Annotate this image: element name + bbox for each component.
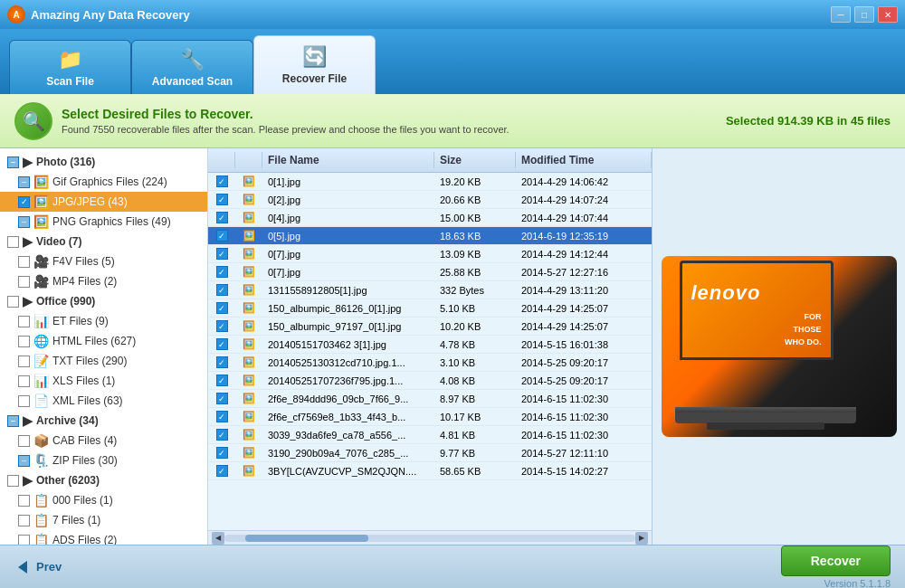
zip-checkbox[interactable]: – — [18, 455, 30, 467]
7files-checkbox[interactable] — [18, 515, 30, 526]
et-checkbox[interactable] — [18, 316, 30, 327]
table-row[interactable]: ✓🖼️3190_290b09a4_7076_c285_...9.77 KB201… — [208, 444, 652, 462]
cab-icon: 📦 — [33, 433, 49, 448]
file-checkbox[interactable]: ✓ — [216, 212, 228, 223]
000-checkbox[interactable] — [18, 495, 30, 507]
html-checkbox[interactable] — [18, 336, 30, 347]
txt-checkbox[interactable] — [18, 356, 30, 367]
video-checkbox[interactable] — [7, 236, 19, 248]
tab-advanced-scan[interactable]: 🔧 Advanced Scan — [131, 40, 253, 94]
table-row[interactable]: ✓🖼️0[7].jpg13.09 KB2014-4-29 14:12:44 — [208, 245, 652, 263]
file-checkbox[interactable]: ✓ — [216, 230, 228, 242]
mp4-checkbox[interactable] — [18, 276, 30, 288]
file-name: 3039_93da6fe9_ca78_a556_... — [262, 427, 434, 443]
minimize-button[interactable]: ─ — [831, 6, 851, 23]
tree-item-cab[interactable]: 📦 CAB Files (4) — [0, 431, 207, 450]
file-checkbox[interactable]: ✓ — [216, 248, 228, 260]
cab-checkbox[interactable] — [18, 435, 30, 447]
archive-checkbox[interactable]: – — [7, 415, 19, 427]
file-checkbox[interactable]: ✓ — [216, 393, 228, 404]
ads-checkbox[interactable] — [18, 535, 30, 545]
file-checkbox[interactable]: ✓ — [216, 356, 228, 368]
f4v-checkbox[interactable] — [18, 256, 30, 268]
tree-item-txt[interactable]: 📝 TXT Files (290) — [0, 351, 207, 371]
file-type-icon: 🖼️ — [235, 372, 262, 389]
file-type-icon: 🖼️ — [235, 426, 262, 443]
file-checkbox[interactable]: ✓ — [216, 284, 228, 296]
xml-checkbox[interactable] — [18, 395, 30, 407]
recover-button[interactable]: Recover — [781, 545, 891, 576]
tree-item-xml[interactable]: 📄 XML Files (63) — [0, 391, 207, 411]
tree-item-office[interactable]: ▶ Office (990) — [0, 291, 207, 311]
table-row[interactable]: ✓🖼️201405151703462 3[1].jpg4.78 KB2014-5… — [208, 336, 652, 354]
archive-label: Archive (34) — [36, 414, 99, 427]
tree-item-photo[interactable]: – ▶ Photo (316) — [0, 152, 207, 172]
tree-item-video[interactable]: ▶ Video (7) — [0, 232, 207, 251]
tree-item-html[interactable]: 🌐 HTML Files (627) — [0, 331, 207, 351]
table-row[interactable]: ✓🖼️2f6e_894ddd96_09cb_7f66_9...8.97 KB20… — [208, 390, 652, 408]
scrollbar-track[interactable] — [224, 535, 635, 542]
photo-checkbox[interactable]: – — [7, 156, 19, 168]
office-category-icon: ▶ — [23, 294, 33, 308]
maximize-button[interactable]: □ — [854, 6, 874, 23]
png-checkbox[interactable]: – — [18, 216, 30, 228]
table-row[interactable]: ✓🖼️20140525130312cd710.jpg.1...3.10 KB20… — [208, 354, 652, 372]
file-checkbox[interactable]: ✓ — [216, 338, 228, 350]
tab-scan-file[interactable]: 📁 Scan File — [9, 40, 131, 94]
table-row[interactable]: ✓🖼️150_albumpic_97197_0[1].jpg10.20 KB20… — [208, 318, 652, 336]
tree-item-f4v[interactable]: 🎥 F4V Files (5) — [0, 251, 207, 271]
tree-item-et[interactable]: 📊 ET Files (9) — [0, 311, 207, 331]
xls-checkbox[interactable] — [18, 375, 30, 387]
tree-item-zip[interactable]: – 🗜️ ZIP Files (30) — [0, 450, 207, 470]
file-checkbox[interactable]: ✓ — [216, 429, 228, 441]
table-row[interactable]: ✓🖼️3BY[LC(AVZUCVP_SM2QJQN....58.65 KB201… — [208, 462, 652, 480]
file-name: 201405151703462 3[1].jpg — [262, 337, 434, 353]
scrollbar-thumb[interactable] — [245, 535, 368, 542]
file-checkbox[interactable]: ✓ — [216, 175, 228, 187]
close-button[interactable]: ✕ — [878, 6, 898, 23]
tree-item-jpg[interactable]: ✓ 🖼️ JPG/JPEG (43) — [0, 192, 207, 212]
gif-checkbox[interactable]: – — [18, 176, 30, 188]
scroll-left-arrow[interactable]: ◀ — [212, 532, 224, 545]
prev-button[interactable]: Prev — [14, 559, 62, 575]
file-size: 58.65 KB — [434, 463, 516, 479]
file-checkbox[interactable]: ✓ — [216, 302, 228, 314]
file-checkbox[interactable]: ✓ — [216, 266, 228, 278]
table-row[interactable]: ✓🖼️150_albumpic_86126_0[1].jpg5.10 KB201… — [208, 299, 652, 318]
table-row[interactable]: ✓🖼️3039_93da6fe9_ca78_a556_...4.81 KB201… — [208, 426, 652, 444]
file-modified: 2014-4-29 14:07:24 — [516, 192, 652, 208]
table-row[interactable]: ✓🖼️0[1].jpg19.20 KB2014-4-29 14:06:42 — [208, 173, 652, 191]
table-row[interactable]: ✓🖼️2f6e_cf7569e8_1b33_4f43_b...10.17 KB2… — [208, 408, 652, 426]
table-row[interactable]: ✓🖼️201405251707236f795.jpg.1...4.08 KB20… — [208, 372, 652, 390]
jpg-checkbox[interactable]: ✓ — [18, 196, 30, 208]
tree-item-7files[interactable]: 📋 7 Files (1) — [0, 510, 207, 530]
table-row[interactable]: ✓🖼️0[4].jpg15.00 KB2014-4-29 14:07:44 — [208, 209, 652, 227]
table-row[interactable]: ✓🖼️0[7].jpg25.88 KB2014-5-27 12:27:16 — [208, 263, 652, 281]
table-row[interactable]: ✓🖼️0[5].jpg18.63 KB2014-6-19 12:35:19 — [208, 227, 652, 245]
tree-item-ads[interactable]: 📋 ADS Files (2) — [0, 530, 207, 545]
xml-icon: 📄 — [33, 394, 49, 408]
table-row[interactable]: ✓🖼️0[2].jpg20.66 KB2014-4-29 14:07:24 — [208, 191, 652, 209]
file-checkbox[interactable]: ✓ — [216, 447, 228, 459]
office-checkbox[interactable] — [7, 296, 19, 308]
bottom-bar: Prev Recover Version 5.1.1.8 — [0, 545, 905, 588]
tree-item-png[interactable]: – 🖼️ PNG Graphics Files (49) — [0, 212, 207, 232]
scroll-right-arrow[interactable]: ▶ — [635, 532, 648, 545]
file-type-icon: 🖼️ — [235, 173, 262, 190]
tree-item-000[interactable]: 📋 000 Files (1) — [0, 490, 207, 510]
file-checkbox[interactable]: ✓ — [216, 320, 228, 332]
file-checkbox[interactable]: ✓ — [216, 194, 228, 205]
file-checkbox[interactable]: ✓ — [216, 375, 228, 386]
tree-item-other[interactable]: ▶ Other (6203) — [0, 470, 207, 490]
tree-item-gif[interactable]: – 🖼️ Gif Graphics Files (224) — [0, 172, 207, 192]
tree-item-mp4[interactable]: 🎥 MP4 Files (2) — [0, 271, 207, 291]
file-checkbox[interactable]: ✓ — [216, 411, 228, 422]
tree-item-archive[interactable]: – ▶ Archive (34) — [0, 411, 207, 431]
tree-item-xls[interactable]: 📊 XLS Files (1) — [0, 371, 207, 391]
table-row[interactable]: ✓🖼️1311558912805[1].jpg332 Bytes2014-4-2… — [208, 281, 652, 299]
tab-recover-file[interactable]: 🔄 Recover File — [253, 35, 376, 94]
file-checkbox[interactable]: ✓ — [216, 465, 228, 477]
f4v-icon: 🎥 — [33, 254, 49, 269]
other-checkbox[interactable] — [7, 475, 19, 487]
file-modified: 2014-6-15 11:02:30 — [516, 427, 652, 443]
